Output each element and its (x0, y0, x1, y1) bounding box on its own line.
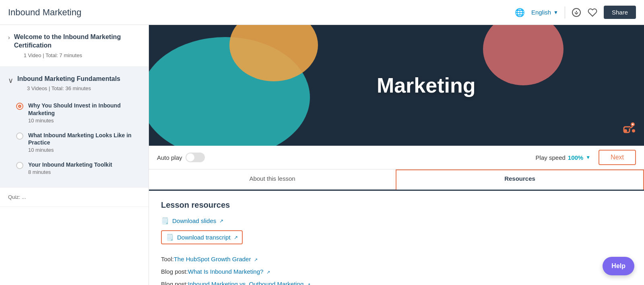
resource-blogpost-1: Blog post: What Is Inbound Marketing? ↗ (161, 268, 632, 275)
section-welcome-title: Welcome to the Inbound Marketing Certifi… (14, 33, 140, 50)
header: Inbound Marketing 🌐 English ▼ Share (0, 0, 644, 25)
video-title: Marketing (377, 73, 476, 97)
blob-coral (483, 25, 564, 85)
section-fundamentals-title: Inbound Marketing Fundamentals (17, 75, 120, 83)
lesson-time: 10 minutes (28, 147, 140, 153)
sidebar: › Welcome to the Inbound Marketing Certi… (0, 25, 149, 285)
external-link-icon: ↗ (266, 270, 270, 275)
section-fundamentals-meta: 3 Videos | Total: 36 minutes (17, 85, 120, 91)
lesson-dot-empty (16, 132, 23, 140)
list-item[interactable]: Why You Should Invest in Inbound Marketi… (16, 98, 140, 127)
sidebar-section-more: Quiz: ... (0, 188, 149, 207)
lesson-name: Your Inbound Marketing Toolkit (28, 161, 112, 168)
external-link-icon: ↗ (254, 257, 258, 262)
lesson-list: Why You Should Invest in Inbound Marketi… (8, 98, 140, 179)
content-area: Marketing Auto play (149, 25, 644, 285)
controls-bar: Auto play Play speed 100% ▼ Next (149, 146, 644, 169)
video-background: Marketing (149, 25, 644, 146)
hubspot-logo-icon (621, 120, 638, 139)
language-label: English (531, 9, 551, 16)
playspeed-label: Play speed (536, 154, 566, 161)
transcript-icon: 🗒️ (166, 233, 174, 241)
external-link-icon: ↗ (307, 282, 310, 285)
tabs-bar: About this lesson Resources (149, 169, 644, 190)
chevron-down-icon: ∨ (8, 76, 13, 85)
main-layout: › Welcome to the Inbound Marketing Certi… (0, 25, 644, 285)
heart-icon-button[interactable] (588, 8, 597, 17)
lesson-time: 10 minutes (28, 118, 140, 124)
sidebar-section-fundamentals: ∨ Inbound Marketing Fundamentals 3 Video… (0, 67, 149, 188)
sidebar-section-welcome-header[interactable]: › Welcome to the Inbound Marketing Certi… (8, 33, 140, 58)
list-item[interactable]: Your Inbound Marketing Toolkit 8 minutes (16, 157, 140, 179)
autoplay-area: Auto play (157, 153, 205, 162)
resource-download-slides: 🗒️ Download slides ↗ (161, 217, 632, 225)
sidebar-section-welcome: › Welcome to the Inbound Marketing Certi… (0, 25, 149, 67)
help-button[interactable]: Help (603, 257, 634, 275)
playspeed-value[interactable]: 100% (568, 154, 583, 161)
resource-download-transcript: 🗒️ Download transcript ↗ (161, 230, 243, 250)
resource-blogpost-2: Blog post: Inbound Marketing vs. Outboun… (161, 281, 632, 285)
external-link-icon: ↗ (234, 235, 238, 240)
svg-point-4 (632, 129, 635, 132)
autoplay-toggle[interactable] (186, 153, 205, 162)
lesson-name: Why You Should Invest in Inbound Marketi… (28, 102, 140, 116)
blogpost-2-link[interactable]: Inbound Marketing vs. Outbound Marketing… (188, 281, 310, 285)
playspeed-area: Play speed 100% ▼ (536, 154, 590, 161)
lesson-dot-active (16, 103, 23, 110)
resources-title: Lesson resources (161, 200, 632, 210)
sidebar-section-fundamentals-header[interactable]: ∨ Inbound Marketing Fundamentals 3 Video… (8, 75, 140, 92)
tab-about[interactable]: About this lesson (149, 169, 396, 189)
list-item[interactable]: What Inbound Marketing Looks Like in Pra… (16, 128, 140, 157)
next-button[interactable]: Next (599, 150, 636, 165)
video-container: Marketing (149, 25, 644, 146)
header-actions: 🌐 English ▼ Share (515, 6, 636, 19)
sidebar-more-label: Quiz: ... (8, 194, 140, 200)
svg-point-2 (632, 124, 634, 125)
playspeed-chevron-icon: ▼ (586, 155, 590, 160)
blogpost-1-link[interactable]: What Is Inbound Marketing? ↗ (188, 268, 270, 275)
download-slides-link[interactable]: 🗒️ Download slides ↗ (161, 217, 632, 225)
share-button[interactable]: Share (604, 6, 636, 19)
page-title: Inbound Marketing (8, 7, 81, 18)
lesson-time: 8 minutes (28, 169, 112, 175)
chevron-down-icon: ▼ (553, 10, 558, 15)
globe-icon: 🌐 (515, 8, 525, 17)
external-link-icon: ↗ (219, 218, 223, 224)
resources-panel: Lesson resources 🗒️ Download slides ↗ 🗒️… (149, 191, 644, 285)
header-divider (565, 6, 565, 19)
lesson-dot-empty (16, 162, 23, 169)
section-welcome-meta: 1 Video | Total: 7 minutes (14, 52, 140, 58)
autoplay-label: Auto play (157, 154, 182, 161)
chevron-right-icon: › (8, 34, 10, 41)
download-icon-button[interactable] (572, 8, 581, 17)
lesson-name: What Inbound Marketing Looks Like in Pra… (28, 132, 140, 146)
tool-link[interactable]: The HubSpot Growth Grader ↗ (174, 256, 258, 262)
language-button[interactable]: English ▼ (531, 9, 558, 16)
download-transcript-link[interactable]: 🗒️ Download transcript ↗ (161, 230, 243, 244)
slides-icon: 🗒️ (161, 217, 169, 225)
resource-tool: Tool: The HubSpot Growth Grader ↗ (161, 256, 632, 262)
tab-resources[interactable]: Resources (396, 169, 644, 190)
svg-point-3 (624, 129, 627, 132)
svg-line-5 (630, 126, 633, 128)
